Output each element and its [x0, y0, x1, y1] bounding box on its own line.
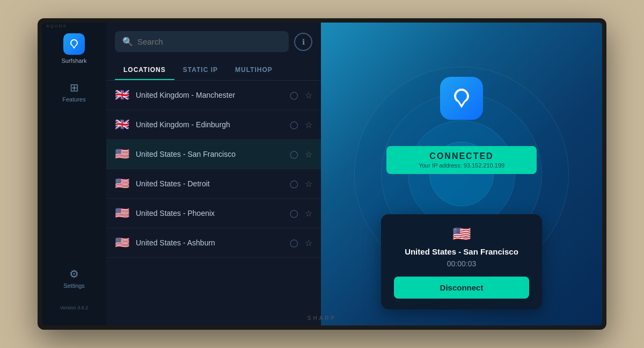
surfshark-label: Surfshark [61, 57, 86, 64]
search-input[interactable] [137, 37, 281, 46]
tabs: LOCATIONS STATIC IP MULTIHOP [106, 61, 321, 81]
main-panel: 🔍 ℹ LOCATIONS STATIC IP MULTIHOP 🇬🇧 Unit… [106, 23, 321, 325]
sidebar-item-features[interactable]: ⊞ Features [42, 75, 106, 109]
tab-multihop[interactable]: MULTIHOP [226, 61, 281, 80]
features-icon: ⊞ [70, 81, 79, 94]
star-icon-3[interactable]: ☆ [305, 149, 312, 160]
location-name-3: United States - San Francisco [136, 150, 283, 158]
location-item-2[interactable]: 🇬🇧 United Kingdom - Edinburgh ◯ ☆ [106, 110, 321, 140]
flag-3: 🇺🇸 [115, 147, 129, 161]
connected-banner: CONNECTED Your IP address: 93.152.210.19… [386, 146, 537, 174]
location-item-1[interactable]: 🇬🇧 United Kingdom - Manchester ◯ ☆ [106, 81, 321, 110]
location-name-1: United Kingdom - Manchester [136, 91, 283, 99]
star-icon-5[interactable]: ☆ [305, 208, 312, 219]
settings-label: Settings [63, 282, 85, 289]
tv-brand-label: SHARP [308, 315, 336, 321]
ping-icon-6: ◯ [290, 238, 298, 247]
ping-icon-3: ◯ [290, 150, 298, 158]
tv-frame: AQUOS harman/kardon Surfshark ⊞ Features… [38, 18, 606, 330]
search-icon: 🔍 [122, 37, 133, 47]
surfshark-logo-icon [63, 33, 85, 55]
ping-icon-4: ◯ [290, 179, 298, 188]
location-item-5[interactable]: 🇺🇸 United States - Phoenix ◯ ☆ [106, 199, 321, 228]
tab-locations[interactable]: LOCATIONS [115, 61, 174, 80]
flag-2: 🇬🇧 [115, 118, 129, 132]
flag-1: 🇬🇧 [115, 88, 129, 102]
disconnect-button[interactable]: Disconnect [394, 277, 529, 299]
settings-icon: ⚙ [69, 267, 79, 280]
connection-timer: 00:00:03 [394, 259, 529, 268]
ping-icon-2: ◯ [290, 120, 298, 129]
star-icon-1[interactable]: ☆ [305, 90, 312, 100]
features-label: Features [62, 96, 85, 103]
brand-s-icon [449, 85, 474, 111]
location-list: 🇬🇧 United Kingdom - Manchester ◯ ☆ 🇬🇧 Un… [106, 81, 321, 325]
star-icon-2[interactable]: ☆ [305, 120, 312, 130]
ping-icon-5: ◯ [290, 209, 298, 218]
tab-static-ip[interactable]: STATIC IP [174, 61, 226, 80]
tv-screen: Surfshark ⊞ Features ⚙ Settings Version … [42, 23, 602, 325]
location-item-3[interactable]: 🇺🇸 United States - San Francisco ◯ ☆ [106, 140, 321, 169]
right-panel: CONNECTED Your IP address: 93.152.210.19… [321, 23, 602, 325]
ip-text: Your IP address: 93.152.210.199 [402, 162, 521, 169]
star-icon-4[interactable]: ☆ [305, 179, 312, 189]
ping-icon-1: ◯ [290, 91, 298, 99]
sidebar-logo: Surfshark [61, 33, 86, 64]
brand-logo [440, 77, 483, 120]
connected-text: CONNECTED [402, 151, 521, 161]
info-icon: ℹ [302, 38, 305, 46]
connection-location: United States - San Francisco [394, 247, 529, 256]
flag-6: 🇺🇸 [115, 236, 129, 250]
location-item-6[interactable]: 🇺🇸 United States - Ashburn ◯ ☆ [106, 228, 321, 258]
star-icon-6[interactable]: ☆ [305, 238, 312, 248]
sidebar: Surfshark ⊞ Features ⚙ Settings Version … [42, 23, 106, 325]
version-text: Version 3.6.2 [56, 301, 93, 315]
sidebar-item-settings[interactable]: ⚙ Settings [42, 261, 106, 295]
search-bar[interactable]: 🔍 [115, 31, 289, 52]
info-button[interactable]: ℹ [294, 33, 312, 51]
flag-4: 🇺🇸 [115, 177, 129, 191]
location-name-5: United States - Phoenix [136, 209, 283, 218]
brand-icon [440, 77, 483, 120]
location-name-2: United Kingdom - Edinburgh [136, 120, 283, 129]
location-name-6: United States - Ashburn [136, 238, 283, 247]
location-name-4: United States - Detroit [136, 179, 283, 188]
aquos-label: AQUOS [46, 24, 67, 28]
flag-5: 🇺🇸 [115, 206, 129, 220]
location-item-4[interactable]: 🇺🇸 United States - Detroit ◯ ☆ [106, 169, 321, 199]
search-bar-container: 🔍 ℹ [106, 23, 321, 61]
connection-flag: 🇺🇸 [394, 225, 529, 243]
connection-card: 🇺🇸 United States - San Francisco 00:00:0… [381, 214, 542, 309]
surfshark-s-icon [68, 38, 80, 50]
